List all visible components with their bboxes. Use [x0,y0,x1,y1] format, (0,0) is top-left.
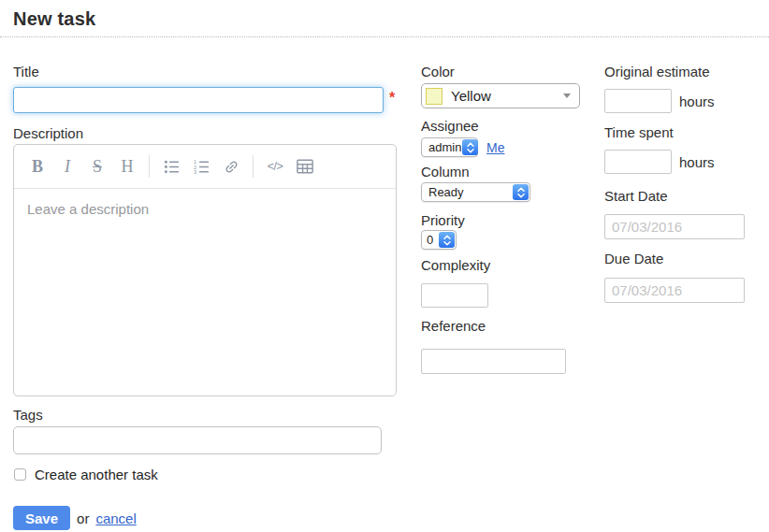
required-asterisk-icon: * [389,91,395,106]
priority-selected-value: 0 [422,233,438,247]
new-task-form: Title * Description B I S H [0,37,769,530]
middle-column: Color Yellow Assignee admin Me Column [421,65,604,374]
select-stepper-icon [462,139,478,155]
code-icon[interactable]: </> [264,154,286,179]
create-another-checkbox[interactable] [14,468,26,481]
due-date-field: Due Date [604,252,769,303]
tags-input[interactable] [13,426,382,454]
original-estimate-field: Original estimate hours [604,65,769,113]
or-text: or [77,510,89,526]
toolbar-divider [253,155,254,178]
assignee-field: Assignee admin Me [421,119,604,157]
title-input[interactable] [13,87,384,113]
priority-field: Priority 0 [421,213,604,250]
assignee-selected-value: admin [422,140,461,154]
hours-suffix: hours [679,154,715,170]
heading-icon[interactable]: H [116,154,138,179]
cancel-link[interactable]: cancel [95,510,136,526]
create-another-label: Create another task [35,467,158,482]
priority-select[interactable]: 0 [421,230,457,250]
title-row: * [13,87,397,113]
tags-label: Tags [13,408,397,422]
strikethrough-icon[interactable]: S [86,154,109,179]
ordered-list-icon[interactable]: 1 2 3 [190,154,212,179]
page-title: New task [13,8,756,30]
complexity-input[interactable] [421,283,488,308]
description-editor: B I S H 1 2 3 [13,144,397,396]
original-estimate-row: hours [604,89,769,113]
time-spent-label: Time spent [604,125,769,139]
reference-label: Reference [421,319,604,333]
create-another-row: Create another task [13,467,397,482]
assignee-row: admin Me [421,137,604,157]
save-button[interactable]: Save [13,506,70,530]
color-swatch [426,88,443,105]
priority-label: Priority [421,213,604,227]
time-spent-row: hours [604,150,769,174]
page-header: New task [0,0,769,37]
editor-toolbar: B I S H 1 2 3 [14,145,396,189]
complexity-label: Complexity [421,258,604,272]
title-label: Title [13,65,397,79]
color-selected-value: Yellow [451,88,563,104]
start-date-label: Start Date [604,189,769,203]
description-label: Description [13,126,397,140]
assignee-label: Assignee [421,119,604,133]
column-select[interactable]: Ready [421,182,530,202]
due-date-label: Due Date [604,252,769,266]
reference-field: Reference [421,319,604,374]
column-label: Column [421,165,604,179]
select-stepper-icon [439,232,455,248]
link-icon[interactable] [220,154,242,179]
assign-to-me-link[interactable]: Me [486,140,504,155]
reference-input[interactable] [421,349,566,374]
chevron-down-icon [563,93,571,98]
original-estimate-input[interactable] [604,89,672,113]
complexity-field: Complexity [421,258,604,308]
column-selected-value: Ready [422,185,464,199]
start-date-field: Start Date [604,189,769,239]
toolbar-divider [149,155,150,178]
color-field: Color Yellow [421,65,604,108]
unordered-list-icon[interactable] [160,154,182,179]
assignee-select[interactable]: admin [421,137,478,157]
description-textarea[interactable] [14,189,396,395]
color-dropdown[interactable]: Yellow [421,83,580,108]
color-label: Color [421,65,604,79]
hours-suffix: hours [679,93,715,109]
original-estimate-label: Original estimate [604,65,769,79]
italic-icon[interactable]: I [56,154,79,179]
time-spent-field: Time spent hours [604,125,769,174]
due-date-input[interactable] [604,278,745,303]
svg-text:3: 3 [194,169,196,175]
right-column: Original estimate hours Time spent hours… [604,65,769,303]
select-stepper-icon [513,184,529,200]
table-icon[interactable] [294,154,316,179]
time-spent-input[interactable] [604,150,672,174]
left-column: Title * Description B I S H [13,65,397,530]
bold-icon[interactable]: B [26,154,49,179]
form-actions: Save or cancel [13,506,397,530]
start-date-input[interactable] [604,214,745,239]
column-field: Column Ready [421,165,604,202]
